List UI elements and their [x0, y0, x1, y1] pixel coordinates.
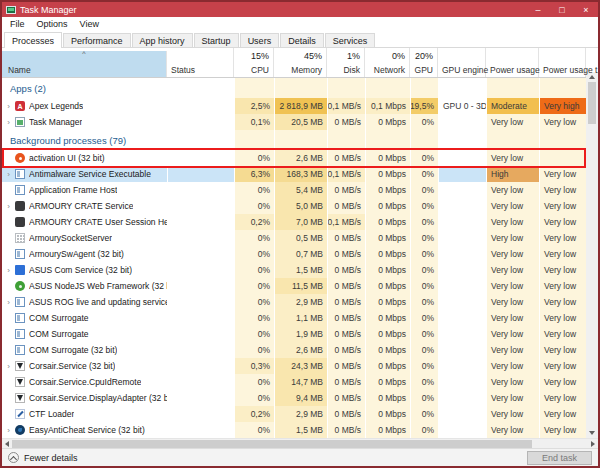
column-header-engine[interactable]: GPU engine	[438, 48, 486, 77]
column-header-disk[interactable]: 1%Disk	[327, 48, 365, 77]
memory-cell: 24,3 MB	[274, 358, 327, 374]
fewer-details-toggle[interactable]: Fewer details	[8, 452, 78, 463]
menu-item-options[interactable]: Options	[31, 19, 74, 29]
tab-performance[interactable]: Performance	[63, 33, 131, 47]
power-cell: Moderate	[486, 98, 539, 114]
engine-cell	[438, 230, 486, 246]
power-cell: Very low	[486, 310, 539, 326]
power-cell: Very low	[486, 230, 539, 246]
column-header-status[interactable]: Status	[167, 48, 234, 77]
triangle-right-icon	[591, 441, 595, 447]
process-row[interactable]: ›Antimalware Service Executable6,3%168,3…	[2, 166, 586, 182]
trend-cell	[539, 130, 586, 150]
column-header-power[interactable]: Power usage	[486, 48, 539, 77]
tab-users[interactable]: Users	[240, 33, 280, 47]
tab-processes[interactable]: Processes	[4, 32, 62, 48]
process-row[interactable]: Corsair.Service.DisplayAdapter (32 bit)0…	[2, 390, 586, 406]
process-row[interactable]: ARMOURY CRATE User Session Helper0,2%7,0…	[2, 214, 586, 230]
tab-app-history[interactable]: App history	[132, 33, 193, 47]
tab-services[interactable]: Services	[325, 33, 376, 47]
process-row[interactable]: ›EasyAntiCheat Service (32 bit)0%1,5 MB0…	[2, 422, 586, 438]
network-cell	[365, 130, 410, 150]
column-header-network[interactable]: 0%Network	[365, 48, 410, 77]
footer-bar: Fewer details End task	[2, 448, 598, 466]
expander-chevron-icon[interactable]: ›	[2, 202, 15, 211]
column-header-name[interactable]: ^ Name	[2, 51, 167, 77]
process-row[interactable]: Corsair.Service.CpuIdRemote0%14,7 MB0 MB…	[2, 374, 586, 390]
cpu-cell: 0%	[234, 278, 274, 294]
power-cell: Very low	[486, 246, 539, 262]
expander-chevron-icon[interactable]: ›	[2, 102, 15, 111]
disk-cell: 0,1 MB/s	[327, 166, 365, 182]
process-name: CTF Loader	[29, 409, 74, 419]
process-name: COM Surrogate	[29, 329, 89, 339]
process-row[interactable]: ›Task Manager0,1%20,5 MB0 MB/s0 Mbps0%Ve…	[2, 114, 586, 130]
cpu-usage-percent: 15%	[251, 51, 269, 61]
menu-item-view[interactable]: View	[74, 19, 105, 29]
engine-cell	[438, 182, 486, 198]
process-row[interactable]: COM Surrogate0%1,9 MB0 MB/s0 Mbps0%Very …	[2, 326, 586, 342]
close-button[interactable]: ×	[574, 2, 598, 17]
scroll-left-button[interactable]	[2, 439, 12, 448]
process-name: EasyAntiCheat Service (32 bit)	[29, 425, 145, 435]
trend-cell: Very low	[539, 214, 586, 230]
menu-bar: FileOptionsView	[2, 17, 598, 31]
expander-chevron-icon[interactable]: ›	[2, 170, 15, 179]
process-row[interactable]: ArmourySwAgent (32 bit)0%0,7 MB0 MB/s0 M…	[2, 246, 586, 262]
minimize-button[interactable]: –	[526, 2, 550, 17]
process-row[interactable]: COM Surrogate (32 bit)0%2,6 MB0 MB/s0 Mb…	[2, 342, 586, 358]
memory-cell: 1,9 MB	[274, 326, 327, 342]
process-row[interactable]: activation UI (32 bit)0%2,6 MB0 MB/s0 Mb…	[2, 150, 586, 166]
expander-chevron-icon[interactable]: ›	[2, 298, 15, 307]
end-task-button[interactable]: End task	[527, 451, 592, 465]
horizontal-scrollbar[interactable]	[2, 438, 598, 448]
asus-com-icon	[15, 265, 25, 275]
horizontal-scroll-thumb[interactable]	[12, 440, 532, 448]
section-label: Apps (2)	[2, 78, 234, 98]
trend-cell: Very low	[539, 182, 586, 198]
column-header-cpu[interactable]: 15%CPU	[234, 48, 274, 77]
process-row[interactable]: ›Apex Legends2,5%2 818,9 MB0,1 MB/s0,1 M…	[2, 98, 586, 114]
power-cell: Very low	[486, 294, 539, 310]
cpu-cell: 0%	[234, 422, 274, 438]
scroll-right-button[interactable]	[588, 439, 598, 448]
column-header-trend[interactable]: Power usage t...	[539, 48, 586, 77]
process-name-cell: activation UI (32 bit)	[2, 150, 167, 166]
network-cell: 0 Mbps	[365, 182, 410, 198]
process-row[interactable]: ›ASUS Com Service (32 bit)0%1,5 MB0 MB/s…	[2, 262, 586, 278]
process-name-cell: Application Frame Host	[2, 182, 167, 198]
tab-startup[interactable]: Startup	[194, 33, 239, 47]
section-header-row[interactable]: Background processes (79)	[2, 130, 586, 150]
process-row[interactable]: CTF Loader0,2%2,9 MB0 MB/s0 Mbps0%Very l…	[2, 406, 586, 422]
scroll-down-button[interactable]	[586, 428, 598, 438]
cpu-cell: 0%	[234, 390, 274, 406]
vertical-scrollbar[interactable]	[586, 48, 598, 438]
trend-cell	[539, 150, 586, 166]
expander-chevron-icon[interactable]: ›	[2, 426, 15, 435]
process-row[interactable]: ArmourySocketServer0%0,5 MB0 MB/s0 Mbps0…	[2, 230, 586, 246]
triangle-down-icon	[589, 431, 595, 435]
process-row[interactable]: ›Corsair.Service (32 bit)0,3%24,3 MB0 MB…	[2, 358, 586, 374]
maximize-button[interactable]: □	[550, 2, 574, 17]
process-row[interactable]: ASUS NodeJS Web Framework (32 bit)0%11,5…	[2, 278, 586, 294]
section-header-row[interactable]: Apps (2)	[2, 78, 586, 98]
process-row[interactable]: COM Surrogate0%1,1 MB0 MB/s0 Mbps0%Very …	[2, 310, 586, 326]
expander-chevron-icon[interactable]: ›	[2, 266, 15, 275]
process-row[interactable]: ›ASUS ROG live and updating service0%2,9…	[2, 294, 586, 310]
gpu-cell: 0%	[410, 374, 438, 390]
trend-cell: Very low	[539, 246, 586, 262]
column-header-gpu[interactable]: 20%GPU	[410, 48, 438, 77]
vertical-scroll-thumb[interactable]	[588, 82, 596, 124]
cpu-cell: 6,3%	[234, 166, 274, 182]
vertical-scroll-track[interactable]	[586, 124, 598, 428]
process-name-cell: ARMOURY CRATE User Session Helper	[2, 214, 167, 230]
process-row[interactable]: Application Frame Host0%5,4 MB0 MB/s0 Mb…	[2, 182, 586, 198]
process-name-cell: COM Surrogate	[2, 310, 167, 326]
column-header-memory[interactable]: 45%Memory	[274, 48, 327, 77]
tab-details[interactable]: Details	[280, 33, 324, 47]
expander-chevron-icon[interactable]: ›	[2, 362, 15, 371]
expander-chevron-icon[interactable]: ›	[2, 118, 15, 127]
menu-item-file[interactable]: File	[4, 19, 31, 29]
process-row[interactable]: ›ARMOURY CRATE Service0%5,0 MB0 MB/s0 Mb…	[2, 198, 586, 214]
disk-cell: 0 MB/s	[327, 246, 365, 262]
